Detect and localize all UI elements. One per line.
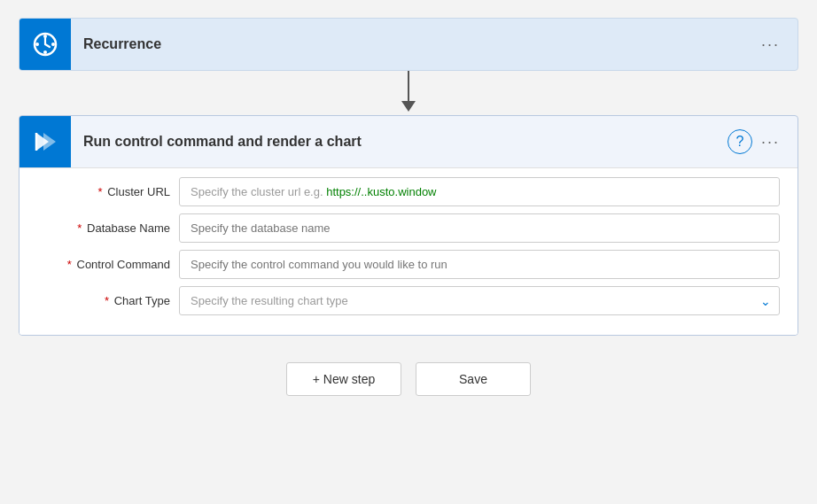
flow-container: Recurrence ··· Run control command and r… [19, 18, 798, 396]
kusto-icon [31, 128, 59, 156]
recurrence-more-button[interactable]: ··· [756, 32, 785, 58]
database-name-label: * Database Name [37, 221, 179, 235]
cluster-url-input-wrapper: Specify the cluster url e.g. https://..k… [179, 177, 780, 206]
arrow-head [401, 101, 416, 112]
arrow-line [408, 71, 409, 101]
svg-point-5 [35, 43, 39, 46]
cluster-url-row: * Cluster URL Specify the cluster url e.… [37, 177, 780, 206]
save-button[interactable]: Save [416, 362, 531, 396]
control-command-label: * Control Command [37, 258, 179, 271]
control-command-required: * [67, 258, 72, 271]
recurrence-actions: ··· [756, 32, 798, 58]
arrow-connector [401, 71, 416, 115]
chart-type-wrapper: Specify the resulting chart type ⌄ [179, 286, 780, 315]
action-card-actions: ? ··· [728, 129, 798, 155]
chart-type-row: * Chart Type Specify the resulting chart… [37, 286, 780, 315]
action-card-body: * Cluster URL Specify the cluster url e.… [19, 167, 798, 335]
control-command-row: * Control Command [37, 250, 780, 279]
recurrence-card: Recurrence ··· [19, 18, 798, 71]
new-step-button[interactable]: + New step [286, 362, 401, 396]
cluster-url-label: * Cluster URL [37, 185, 179, 198]
recurrence-icon-bg [19, 19, 71, 70]
action-card: Run control command and render a chart ?… [19, 115, 798, 336]
chart-type-select[interactable]: Specify the resulting chart type [179, 286, 780, 315]
action-card-title: Run control command and render a chart [71, 134, 728, 150]
control-command-input[interactable] [179, 250, 780, 279]
help-button[interactable]: ? [728, 129, 752, 154]
action-card-header: Run control command and render a chart ?… [19, 116, 798, 167]
database-name-row: * Database Name [37, 213, 780, 243]
svg-point-6 [51, 43, 55, 46]
bottom-actions: + New step Save [286, 362, 531, 396]
svg-line-2 [45, 44, 50, 47]
database-name-input[interactable] [179, 213, 780, 243]
recurrence-title: Recurrence [71, 36, 756, 52]
svg-marker-8 [43, 133, 56, 151]
cluster-url-required: * [98, 185, 103, 198]
cluster-url-placeholder-display: Specify the cluster url e.g. https://..k… [179, 177, 780, 206]
chart-type-required: * [105, 294, 109, 307]
chart-type-label: * Chart Type [37, 294, 179, 307]
action-icon-bg [19, 116, 71, 167]
clock-icon [32, 31, 58, 58]
action-more-button[interactable]: ··· [756, 129, 785, 155]
recurrence-card-header: Recurrence ··· [19, 19, 798, 70]
svg-point-3 [43, 35, 47, 38]
svg-point-4 [43, 50, 47, 54]
database-name-required: * [77, 221, 82, 235]
